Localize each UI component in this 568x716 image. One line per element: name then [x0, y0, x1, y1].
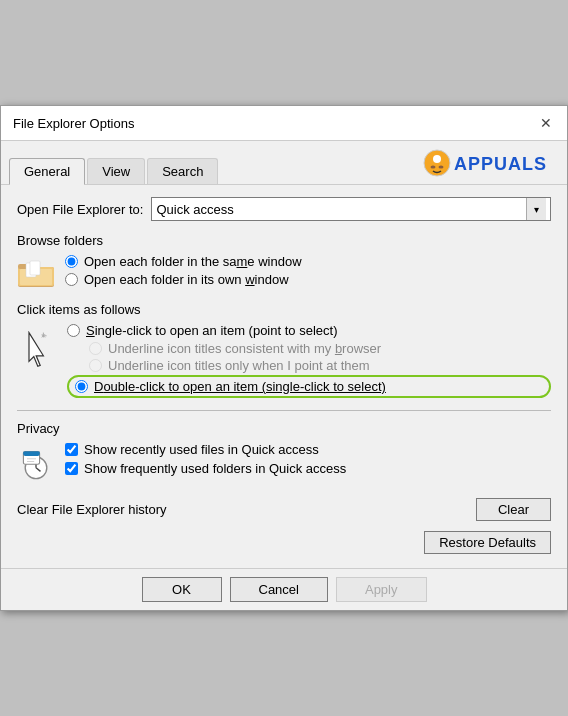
- tab-general[interactable]: General: [9, 158, 85, 185]
- logo-icon: [423, 149, 451, 180]
- cursor-icon: [17, 323, 57, 378]
- browse-folders-label: Browse folders: [17, 233, 551, 248]
- browse-folders-inner: Open each folder in the same window Open…: [17, 254, 551, 292]
- clear-history-row: Clear File Explorer history Clear: [17, 498, 551, 521]
- underline-m: m: [237, 254, 248, 269]
- browse-folders-option-own: Open each folder in its own window: [65, 272, 551, 287]
- privacy-options: Show recently used files in Quick access…: [65, 442, 551, 480]
- browse-same-radio[interactable]: [65, 255, 78, 268]
- double-click-radio[interactable]: [75, 380, 88, 393]
- browse-own-radio[interactable]: [65, 273, 78, 286]
- frequent-folders-checkbox[interactable]: [65, 462, 78, 475]
- recent-files-checkbox-row: Show recently used files in Quick access: [65, 442, 551, 457]
- svg-marker-10: [29, 332, 43, 366]
- clear-history-label: Clear File Explorer history: [17, 502, 476, 517]
- recent-files-checkbox[interactable]: [65, 443, 78, 456]
- title-bar: File Explorer Options ✕: [1, 106, 567, 141]
- ok-button[interactable]: OK: [142, 577, 222, 602]
- privacy-inner: Show recently used files in Quick access…: [17, 442, 551, 490]
- tabs-area: General View Search APPUALS: [1, 141, 567, 185]
- restore-defaults-button[interactable]: Restore Defaults: [424, 531, 551, 554]
- double-click-label: Double-click to open an item (single-cli…: [94, 379, 386, 394]
- privacy-label: Privacy: [17, 421, 551, 436]
- folder-svg-icon: [18, 259, 54, 287]
- frequent-folders-checkbox-row: Show frequently used folders in Quick ac…: [65, 461, 551, 476]
- browse-own-label: Open each folder in its own window: [84, 272, 289, 287]
- browse-folders-section: Browse folders: [17, 233, 551, 292]
- underline-hover-label: Underline icon titles only when I point …: [108, 358, 370, 373]
- cursor-svg-icon: [23, 331, 51, 371]
- open-explorer-dropdown[interactable]: Quick access ▾: [151, 197, 551, 221]
- click-items-inner: Single-click to open an item (point to s…: [17, 323, 551, 400]
- privacy-svg-icon: [18, 448, 54, 484]
- underline-browser-option: Underline icon titles consistent with my…: [89, 341, 551, 356]
- svg-point-2: [430, 166, 435, 169]
- single-click-radio[interactable]: [67, 324, 80, 337]
- tab-view[interactable]: View: [87, 158, 145, 184]
- open-explorer-row: Open File Explorer to: Quick access ▾: [17, 197, 551, 221]
- underline-hover-radio: [89, 359, 102, 372]
- folder-icon: [17, 254, 55, 292]
- underline-browser-radio: [89, 342, 102, 355]
- svg-point-3: [438, 166, 443, 169]
- open-explorer-label: Open File Explorer to:: [17, 202, 143, 217]
- frequent-folders-label: Show frequently used folders in Quick ac…: [84, 461, 346, 476]
- divider: [17, 410, 551, 411]
- dropdown-arrow-icon: ▾: [526, 198, 546, 220]
- single-click-option: Single-click to open an item (point to s…: [67, 323, 551, 338]
- browse-same-label: Open each folder in the same window: [84, 254, 302, 269]
- tab-search[interactable]: Search: [147, 158, 218, 184]
- click-items-label: Click items as follows: [17, 302, 551, 317]
- logo-area: APPUALS: [411, 145, 559, 184]
- recent-files-label: Show recently used files in Quick access: [84, 442, 319, 457]
- underline-hover-option: Underline icon titles only when I point …: [89, 358, 551, 373]
- close-button[interactable]: ✕: [537, 114, 555, 132]
- browse-folders-option-same: Open each folder in the same window: [65, 254, 551, 269]
- double-click-option: Double-click to open an item (single-cli…: [67, 375, 551, 398]
- svg-rect-9: [30, 261, 40, 275]
- dialog-content: Open File Explorer to: Quick access ▾ Br…: [1, 185, 567, 568]
- dialog-title: File Explorer Options: [13, 116, 134, 131]
- clear-button[interactable]: Clear: [476, 498, 551, 521]
- footer: OK Cancel Apply: [1, 568, 567, 610]
- cancel-button[interactable]: Cancel: [230, 577, 328, 602]
- privacy-icon: [17, 442, 55, 490]
- browse-folders-options: Open each folder in the same window Open…: [65, 254, 551, 290]
- file-explorer-options-dialog: File Explorer Options ✕ General View Sea…: [0, 105, 568, 611]
- single-click-label: Single-click to open an item (point to s…: [86, 323, 337, 338]
- open-explorer-value: Quick access: [156, 202, 526, 217]
- privacy-section: Privacy: [17, 421, 551, 521]
- apply-button[interactable]: Apply: [336, 577, 427, 602]
- click-options: Single-click to open an item (point to s…: [67, 323, 551, 400]
- restore-defaults-row: Restore Defaults: [17, 531, 551, 554]
- svg-point-1: [433, 155, 441, 163]
- logo-mascot-icon: [423, 149, 451, 177]
- underline-browser-label: Underline icon titles consistent with my…: [108, 341, 381, 356]
- logo-text: APPUALS: [454, 154, 547, 175]
- click-items-section: Click items as follows: [17, 302, 551, 400]
- underline-w: w: [245, 272, 254, 287]
- svg-rect-20: [23, 452, 39, 454]
